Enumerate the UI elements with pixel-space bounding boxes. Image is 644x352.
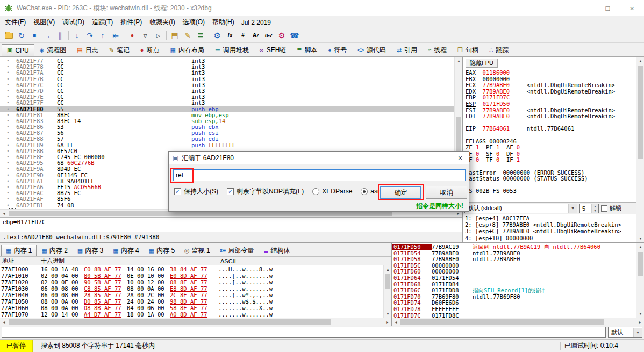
menu-plugins[interactable]: 插件(P) [117,16,146,28]
menu-help[interactable]: 帮助(H) [209,16,238,28]
register-line[interactable]: EFLAGS 00000246 [466,139,636,145]
execute-till-return-icon[interactable]: ⇤ [109,30,122,42]
tab-seh[interactable]: ∞SEH链 [254,44,292,56]
register-line[interactable]: CF 0 TF 0 IF 1 [466,157,636,163]
tab-dump-4[interactable]: ▦内存 4 [108,245,144,256]
breakpoint-gutter[interactable]: • [0,100,16,106]
stack-row[interactable]: 0171FD5477B9ABE0ntdll.77B9ABE0 [392,250,636,257]
tab-dump-2[interactable]: ▦内存 2 [37,245,72,256]
command-profile-dropdown[interactable]: 默认 ▼ [608,327,642,338]
keep-size-checkbox[interactable]: ✓保持大小(S) [174,187,218,196]
tab-dump-5[interactable]: ▦内存 5 [144,245,180,256]
breakpoint-gutter[interactable]: • [0,88,16,94]
scroll-right-icon[interactable]: ► [383,318,391,326]
stack-row[interactable]: 0171FD5077B9AC19返回到 ntdll.77B9AC19 自 ntd… [392,244,636,250]
stack-row[interactable]: 0171FD680171FDB4 [392,282,636,288]
command-input[interactable] [2,327,606,338]
scroll-down-icon[interactable]: ▼ [636,310,644,318]
register-line[interactable]: ZF 1 PF 1 AF 0 [466,145,636,151]
dialog-close-icon[interactable]: × [452,152,469,164]
stack-hscrollbar[interactable]: ◄ ► [392,318,644,326]
dump-vscrollbar[interactable]: ▲ ▼ [383,265,391,318]
hash-icon[interactable]: # [237,30,249,42]
stack-row[interactable]: 0171FD5877B9ABE0ntdll.77B9ABE0 [392,256,636,263]
dump-row[interactable]: 77AF104006 00 08 0028 85 AF 772A 00 2C 0… [0,292,383,298]
tab-cpu[interactable]: ▣CPU [2,44,34,56]
breakpoint-gutter[interactable]: • [0,173,16,178]
dump-row[interactable]: 77AF105008 00 0A 00D0 85 AF 7724 00 24 0… [0,298,383,305]
breakpoint-gutter[interactable]: • [0,190,16,196]
disasm-row[interactable]: •6AD21F77CCint3 [0,58,454,64]
cancel-button[interactable]: 取消 [426,186,467,199]
hide-fpu-button[interactable]: 隐藏FPU [466,59,498,68]
register-line[interactable]: OF 0 SF 0 DF 0 [466,151,636,157]
pause-icon[interactable]: ∥ [54,30,67,42]
assemble-instruction-input[interactable]: ret [173,169,466,181]
unlock-checkbox[interactable]: 解锁 [601,204,621,212]
scroll-left-icon[interactable]: ◄ [0,210,8,218]
breakpoint-gutter[interactable]: • [0,196,16,202]
breakpoint-gutter[interactable]: • [0,142,16,148]
xedparse-radio[interactable]: XEDParse [312,188,352,195]
tab-locals[interactable]: x=局部变量 [215,245,259,256]
nop-fill-checkbox[interactable]: ✓剩余字节以NOP填充(F) [227,187,304,196]
tab-memory-map[interactable]: ▦内存布局 [165,44,210,56]
disasm-row[interactable]: •6AD21F7DCCint3 [0,88,454,94]
argument-count-stepper[interactable]: 5 ▲ ▼ [579,204,599,213]
attach-phone-icon[interactable]: ☎ [288,30,301,42]
dump-row[interactable]: 77AF107012 00 14 00A4 D7 AF 7718 00 1A 0… [0,311,383,318]
disasm-row[interactable]: •6AD21F8055push ebp [0,106,454,112]
breakpoint-gutter[interactable]: • [0,118,16,124]
tab-watch-1[interactable]: ◎监视 1 [180,245,215,256]
breakpoint-gutter[interactable]: • [0,64,16,70]
scroll-up-icon[interactable]: ▲ [455,57,463,65]
stack-row[interactable]: 0171FD6C0171FDD8指向SEH_Record[1]的指针 [392,288,636,294]
dump-row[interactable]: 77AF102002 00 0E 0090 5B AF 7710 00 12 0… [0,279,383,285]
tab-symbols[interactable]: ♦符号 [323,44,353,56]
open-file-icon[interactable] [2,30,15,42]
breakpoint-gutter[interactable]: • [0,58,16,64]
tab-call-stack[interactable]: ☰调用堆栈 [210,44,254,56]
disasm-row[interactable]: •6AD21F7BCCint3 [0,76,454,82]
scroll-right-icon[interactable]: ► [636,318,644,326]
stepper-down-icon[interactable]: ▼ [592,209,598,213]
breakpoint-gutter[interactable]: • [0,76,16,82]
disasm-row[interactable]: •6AD21F78CCint3 [0,64,454,70]
trace-over-icon[interactable]: ▹ [152,30,164,42]
scroll-down-icon[interactable]: ▼ [636,234,644,242]
breakpoint-gutter[interactable]: • [0,130,16,136]
scroll-down-icon[interactable]: ▼ [384,310,391,318]
stack-vscrollbar[interactable]: ▲ ▼ [636,243,644,318]
dump-rows[interactable]: 77AF100016 00 1A 48C0 8B AF 7714 00 16 0… [0,265,383,318]
tab-graph[interactable]: ◈流程图 [34,44,71,56]
register-line[interactable]: EBP 0171FD7C [466,95,636,101]
stack-row[interactable]: 0171FD5C00000000 [392,263,636,269]
register-line[interactable]: ESP 0171FD50 [466,101,636,107]
preferences-gear-icon[interactable]: ⚙ [275,30,288,42]
register-line[interactable] [466,120,636,126]
register-line[interactable]: GS 002B FS 0053 [466,188,636,195]
disasm-row[interactable]: •6AD21F8857push edi [0,136,454,142]
script-icon[interactable]: ≣ [194,30,207,42]
close-button[interactable]: × [620,0,644,16]
step-into-icon[interactable]: ↓ [70,30,83,42]
step-out-icon[interactable]: ↑ [96,30,109,42]
menu-view[interactable]: 视图(V) [30,16,59,28]
scroll-up-icon[interactable]: ▲ [636,57,644,65]
scroll-up-icon[interactable]: ▲ [384,265,391,274]
dump-row[interactable]: 77AF106008 00 0A 00D8 8B AF 7704 00 06 0… [0,305,383,311]
trace-into-icon[interactable]: ▿ [139,30,152,42]
register-line[interactable]: ECX 77B9ABE0 <ntdll.DbgUiRemoteBreakin> [466,82,636,89]
assemble-dialog-titlebar[interactable]: ▣ 汇编于 6AD21F80 × [169,152,469,164]
disasm-row[interactable]: •6AD21F7ECCint3 [0,94,454,100]
disasm-row[interactable]: •6AD21F8756push esi [0,130,454,136]
register-line[interactable]: EDX 77B9ABE0 <ntdll.DbgUiRemoteBreakin> [466,89,636,95]
breakpoint-gutter[interactable]: • [0,82,16,88]
stack-rows[interactable]: 0171FD5077B9AC19返回到 ntdll.77B9AC19 自 ntd… [392,243,636,318]
arguments-view[interactable]: 1: [esp+4] A0C17EEA2: [esp+8] 77B9ABE0 <… [463,214,636,242]
register-line[interactable]: EDI 77B9ABE0 <ntdll.DbgUiRemoteBreakin> [466,113,636,120]
dump-row[interactable]: 77AF103006 00 08 00C8 85 AF 7708 00 0A 0… [0,285,383,292]
tab-struct[interactable]: ≣结构体 [259,245,295,256]
dump-hscrollbar[interactable]: ◄ ► [0,318,391,326]
tab-handles[interactable]: ❒句柄 [452,44,484,56]
